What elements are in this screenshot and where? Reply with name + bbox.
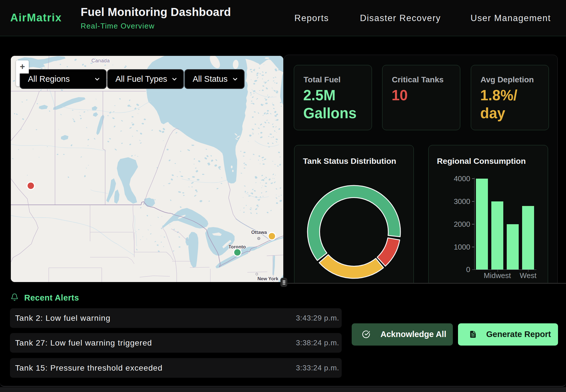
svg-text:Canada: Canada: [91, 58, 110, 64]
svg-text:Ottawa: Ottawa: [251, 230, 267, 235]
svg-text:New York: New York: [257, 276, 278, 281]
